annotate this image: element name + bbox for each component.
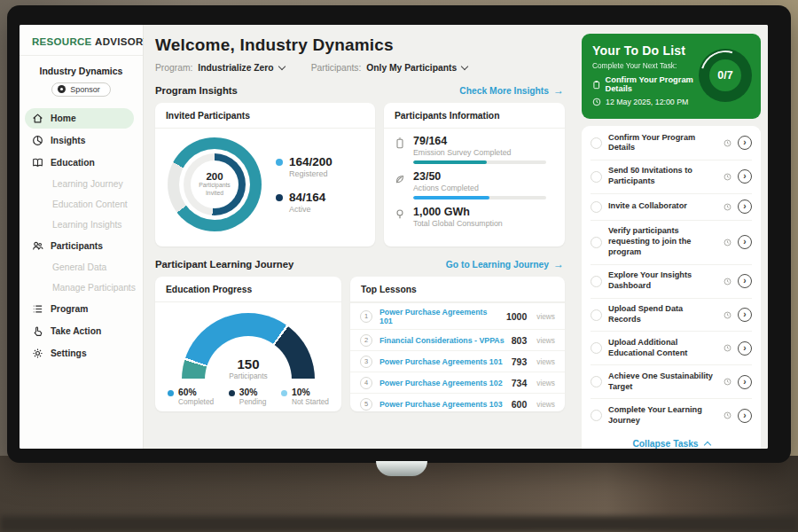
rank-badge: 4 xyxy=(360,377,372,389)
task-row[interactable]: Explore Your Insights Dashboard › xyxy=(591,265,752,299)
clipboard-icon xyxy=(592,80,600,90)
task-open-button[interactable]: › xyxy=(738,308,752,322)
sidebar-item-program[interactable]: Program xyxy=(20,299,143,319)
legend-dot xyxy=(168,390,174,396)
insights-pie-icon xyxy=(32,135,43,146)
chevron-right-icon: › xyxy=(743,309,746,319)
lesson-link[interactable]: Power Purchase Agreements 103 xyxy=(379,400,505,409)
invited-participants-card: Invited Participants 200 Participants In… xyxy=(155,103,375,246)
task-row[interactable]: Upload Additional Educational Content › xyxy=(591,332,752,365)
clock-icon xyxy=(724,139,732,147)
todo-progress-value: 0/7 xyxy=(709,59,741,91)
bulb-icon xyxy=(395,208,405,220)
lesson-link[interactable]: Power Purchase Agreements 101 xyxy=(379,357,505,366)
chevron-down-icon xyxy=(461,63,468,70)
chevron-up-icon xyxy=(703,442,710,449)
lesson-row[interactable]: 4 Power Purchase Agreements 102 734views xyxy=(350,372,565,393)
lesson-link[interactable]: Financial Considerations - VPPAs xyxy=(379,336,505,345)
task-row[interactable]: Invite a Collaborator › xyxy=(591,194,752,221)
legend-dot xyxy=(276,194,283,201)
task-checkbox[interactable] xyxy=(591,237,602,248)
task-open-button[interactable]: › xyxy=(738,169,752,184)
task-row[interactable]: Upload Spend Data Records › xyxy=(591,299,752,332)
task-checkbox[interactable] xyxy=(591,309,602,321)
go-to-learning-journey-link[interactable]: Go to Learning Journey → xyxy=(446,258,564,270)
task-checkbox[interactable] xyxy=(591,171,602,183)
task-row[interactable]: Achieve One Sustainability Target › xyxy=(591,365,752,399)
top-lessons-card: Top Lessons 1 Power Purchase Agreements … xyxy=(350,277,565,411)
task-row[interactable]: Send 50 Invitations to Participants › xyxy=(591,160,752,194)
todo-header-card: Your To Do List Complete Your Next Task:… xyxy=(582,34,761,119)
app-logo: RESOURCE ADVISOR+ xyxy=(20,25,143,56)
sidebar-item-learning-insights[interactable]: Learning Insights xyxy=(20,215,143,234)
task-checkbox[interactable] xyxy=(591,342,602,354)
sidebar-item-settings[interactable]: Settings xyxy=(20,343,143,364)
sidebar-item-manage-participants[interactable]: Manage Participants xyxy=(20,278,143,297)
sidebar-item-participants[interactable]: Participants xyxy=(20,236,143,256)
clock-icon xyxy=(724,311,732,319)
task-open-button[interactable]: › xyxy=(738,409,752,423)
lesson-row[interactable]: 1 Power Purchase Agreements 101 1000view… xyxy=(350,302,565,329)
program-insights-title: Program Insights xyxy=(155,85,238,96)
task-checkbox[interactable] xyxy=(591,201,602,213)
chevron-right-icon: › xyxy=(743,276,746,286)
sidebar-item-home[interactable]: Home xyxy=(25,108,134,129)
participants-filter-dropdown[interactable]: Participants: Only My Participants xyxy=(311,63,468,73)
task-row[interactable]: Verify participants requesting to join t… xyxy=(591,221,752,265)
invited-participants-donut-chart: 200 Participants Invited xyxy=(168,137,262,231)
sidebar-item-take-action[interactable]: Take Action xyxy=(20,321,143,341)
clock-icon xyxy=(724,203,732,211)
task-row[interactable]: Complete Your Learning Journey › xyxy=(591,399,752,432)
rank-badge: 3 xyxy=(360,356,372,368)
stat-emission-survey: 79/164 Emission Survey Completed xyxy=(384,129,565,164)
clock-icon xyxy=(724,278,732,286)
collapse-tasks-link[interactable]: Collapse Tasks xyxy=(591,432,752,449)
chevron-right-icon: › xyxy=(743,171,746,181)
task-open-button[interactable]: › xyxy=(738,136,752,150)
task-open-button[interactable]: › xyxy=(738,341,752,356)
book-icon xyxy=(32,157,43,168)
hand-action-icon xyxy=(32,325,43,337)
sidebar: RESOURCE ADVISOR+ Industry Dynamics Spon… xyxy=(20,25,144,449)
task-checkbox[interactable] xyxy=(591,376,602,387)
check-more-insights-link[interactable]: Check More Insights → xyxy=(459,84,564,97)
lesson-row[interactable]: 3 Power Purchase Agreements 101 793views xyxy=(350,350,565,372)
lesson-link[interactable]: Power Purchase Agreements 101 xyxy=(379,308,499,325)
program-filter-dropdown[interactable]: Program: Industrialize Zero xyxy=(155,63,285,73)
todo-progress-ring: 0/7 xyxy=(699,49,752,102)
chevron-right-icon: › xyxy=(743,201,746,211)
clock-icon xyxy=(724,239,732,246)
chevron-right-icon: › xyxy=(743,237,746,246)
task-open-button[interactable]: › xyxy=(738,200,752,214)
task-open-button[interactable]: › xyxy=(738,274,752,288)
legend-registered: 164/200 Registered xyxy=(276,155,332,178)
task-checkbox[interactable] xyxy=(591,137,602,149)
sidebar-item-learning-journey[interactable]: Learning Journey xyxy=(20,175,143,193)
page-title: Welcome, Industry Dynamics xyxy=(155,35,566,55)
learning-journey-title: Participant Learning Journey xyxy=(155,259,293,270)
clock-icon xyxy=(724,378,732,386)
education-progress-legend: 60% Completed 30% Pending xyxy=(155,380,341,406)
chevron-right-icon: › xyxy=(743,411,746,420)
task-checkbox[interactable] xyxy=(591,276,602,287)
survey-device-icon xyxy=(395,137,405,149)
clock-icon xyxy=(592,98,601,106)
todo-tasks-card: Confirm Your Program Details › Send 50 I… xyxy=(582,126,761,449)
arrow-right-icon: → xyxy=(553,258,564,270)
list-icon xyxy=(32,303,43,315)
chevron-right-icon: › xyxy=(743,343,746,353)
sidebar-item-insights[interactable]: Insights xyxy=(20,130,143,151)
lesson-row[interactable]: 5 Power Purchase Agreements 103 600views xyxy=(350,393,565,414)
leaf-icon xyxy=(395,173,405,184)
task-row[interactable]: Confirm Your Program Details › xyxy=(591,127,752,160)
lesson-link[interactable]: Power Purchase Agreements 102 xyxy=(379,379,505,387)
task-checkbox[interactable] xyxy=(591,410,602,421)
task-open-button[interactable]: › xyxy=(738,235,752,249)
sidebar-item-general-data[interactable]: General Data xyxy=(20,258,143,277)
sidebar-item-education-content[interactable]: Education Content xyxy=(20,195,143,214)
education-progress-card: Education Progress 150 Participants 60% xyxy=(155,277,341,411)
lesson-row[interactable]: 2 Financial Considerations - VPPAs 803vi… xyxy=(350,329,565,350)
education-progress-gauge-chart: 150 Participants xyxy=(182,313,315,380)
sidebar-item-education[interactable]: Education xyxy=(20,153,143,173)
task-open-button[interactable]: › xyxy=(738,375,752,389)
